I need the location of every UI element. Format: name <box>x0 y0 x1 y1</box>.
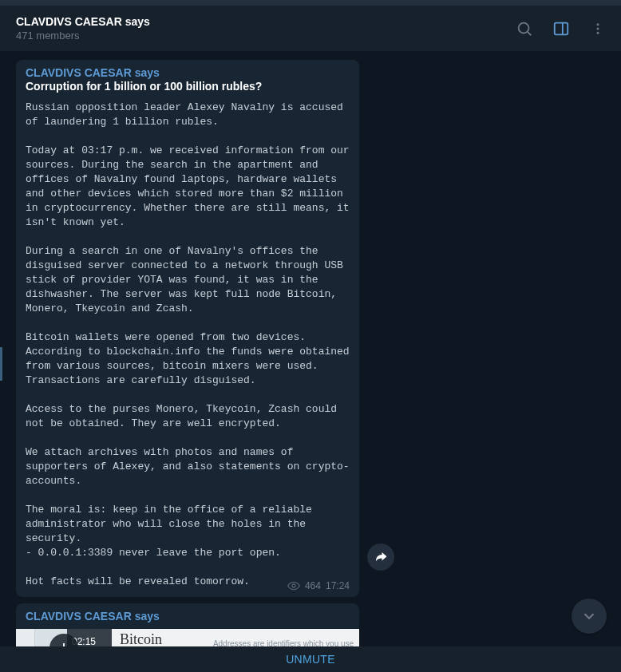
svg-point-0 <box>519 22 529 33</box>
chevron-down-icon <box>580 607 598 625</box>
svg-rect-2 <box>555 22 568 34</box>
header-actions <box>511 15 611 42</box>
unmute-label: UNMUTE <box>286 653 335 666</box>
more-vertical-icon <box>591 22 605 36</box>
scroll-down-button[interactable] <box>572 599 607 634</box>
more-options-button[interactable] <box>584 15 611 42</box>
chat-subtitle: 471 members <box>16 30 150 42</box>
window-top-strip <box>0 0 621 6</box>
forward-button[interactable] <box>367 544 394 571</box>
views-icon <box>287 579 300 592</box>
forward-icon <box>374 550 388 564</box>
chat-header: CLAVDIVS CAESAR says 471 members <box>0 6 621 52</box>
svg-point-4 <box>597 23 599 26</box>
message-views: 464 <box>305 580 321 591</box>
chat-title: CLAVDIVS CAESAR says <box>16 15 150 28</box>
thumb-title-text: Bitcoin Address <box>120 631 210 646</box>
message-bubble[interactable]: CLAVDIVS CAESAR says Corruption for 1 bi… <box>16 60 359 597</box>
message-body: Russian opposition leader Alexey Navalny… <box>26 101 350 589</box>
chat-header-info[interactable]: CLAVDIVS CAESAR says 471 members <box>16 15 150 42</box>
search-icon <box>516 20 533 38</box>
unmute-button[interactable]: UNMUTE <box>0 646 621 672</box>
side-panel-button[interactable] <box>548 15 575 42</box>
message-title: Corruption for 1 billion or 100 billion … <box>26 80 350 93</box>
message-author[interactable]: CLAVDIVS CAESAR says <box>16 610 359 623</box>
svg-line-1 <box>528 32 531 35</box>
svg-point-7 <box>292 584 295 587</box>
message-author[interactable]: CLAVDIVS CAESAR says <box>26 66 350 79</box>
message-meta: 464 17:24 <box>287 579 350 592</box>
message-bubble-video[interactable]: CLAVDIVS CAESAR says 02:15 54.5 MB Bitco… <box>16 603 359 646</box>
svg-point-5 <box>597 27 599 30</box>
thumb-stripe <box>16 629 35 646</box>
message-time: 17:24 <box>326 580 350 591</box>
svg-point-6 <box>597 31 599 34</box>
search-button[interactable] <box>511 15 538 42</box>
unread-side-mark <box>0 347 2 381</box>
chat-content: CLAVDIVS CAESAR says Corruption for 1 bi… <box>0 52 621 646</box>
thumb-sub-text: Addresses are identifiers which you use … <box>213 639 359 646</box>
download-icon <box>57 641 71 646</box>
video-attachment[interactable]: 02:15 54.5 MB Bitcoin Address Addresses … <box>16 629 359 646</box>
video-thumb-right: Bitcoin Address Addresses are identifier… <box>112 629 359 646</box>
sidepanel-icon <box>552 20 570 38</box>
